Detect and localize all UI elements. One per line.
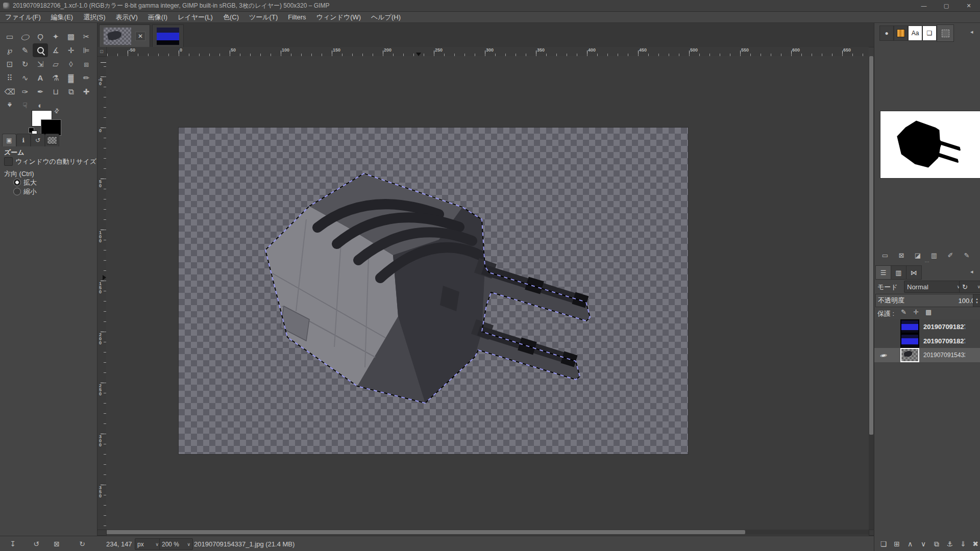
lower-layer-button[interactable]: ∨ bbox=[917, 538, 929, 550]
color-picker-tool[interactable]: ✎ bbox=[17, 43, 33, 57]
tab-selection-editor[interactable] bbox=[937, 24, 954, 42]
heal-tool[interactable]: ✚ bbox=[79, 85, 94, 98]
paths-tool[interactable]: ℘ bbox=[2, 43, 17, 57]
image-canvas[interactable] bbox=[179, 128, 688, 454]
mypaint-brush-tool[interactable]: ⊔ bbox=[48, 85, 63, 98]
ellipse-select-tool[interactable]: ◯ bbox=[17, 30, 33, 43]
horizontal-ruler[interactable]: -50 0 50 100 150 200 250 300 350 400 450… bbox=[106, 47, 869, 56]
tab-device-status[interactable]: ℹ bbox=[16, 134, 31, 146]
tab-images[interactable] bbox=[45, 134, 59, 146]
ink-tool[interactable]: ✒ bbox=[33, 85, 48, 98]
scale-tool[interactable]: ⇲ bbox=[33, 57, 48, 71]
menu-image[interactable]: 画像(I) bbox=[143, 12, 173, 22]
lock-pixels-icon[interactable]: ✎ bbox=[901, 308, 906, 316]
panel-menu-icon[interactable]: ◂ bbox=[970, 268, 973, 275]
clone-tool[interactable]: ⧉ bbox=[63, 85, 79, 98]
horizontal-scrollbar[interactable] bbox=[106, 530, 869, 535]
layer-name[interactable]: 201907091827 bbox=[923, 323, 965, 331]
fuzzy-select-tool[interactable]: ✦ bbox=[48, 30, 63, 43]
menu-layer[interactable]: レイヤー(L) bbox=[173, 12, 218, 22]
spin-up-icon[interactable]: ▴ bbox=[976, 297, 978, 300]
menu-edit[interactable]: 編集(E) bbox=[46, 12, 78, 22]
raise-layer-button[interactable]: ∧ bbox=[904, 538, 916, 550]
layer-row-2[interactable]: 201907091827 bbox=[874, 334, 980, 348]
selection-to-path-button[interactable]: ✐ bbox=[944, 250, 957, 260]
move-tool[interactable]: ✛ bbox=[63, 43, 79, 57]
duplicate-layer-button[interactable]: ⧉ bbox=[930, 538, 943, 550]
shear-tool[interactable]: ▱ bbox=[48, 57, 63, 71]
eraser-tool[interactable]: ⌫ bbox=[2, 85, 17, 98]
close-button[interactable]: ✕ bbox=[958, 0, 980, 11]
zoom-out-radio[interactable] bbox=[13, 188, 21, 195]
tab-document-history[interactable]: ❏ bbox=[922, 26, 937, 41]
new-group-button[interactable]: ⊞ bbox=[891, 538, 903, 550]
menu-filters[interactable]: Filters bbox=[283, 12, 311, 22]
zoom-out-label[interactable]: 縮小 bbox=[23, 187, 37, 196]
menu-colors[interactable]: 色(C) bbox=[218, 12, 244, 22]
visibility-toggle[interactable]: ◉ bbox=[874, 351, 892, 359]
layer-name[interactable]: 201907091827 bbox=[923, 337, 965, 345]
menu-tools[interactable]: ツール(T) bbox=[244, 12, 283, 22]
crop-tool[interactable]: ⊡ bbox=[2, 57, 17, 71]
measure-tool[interactable]: ∡ bbox=[48, 43, 63, 57]
spin-down-icon[interactable]: ▾ bbox=[976, 300, 978, 304]
lock-position-icon[interactable]: ✛ bbox=[913, 308, 919, 316]
opacity-slider[interactable]: 不透明度 100.0 bbox=[875, 294, 977, 307]
blur-sharpen-tool[interactable]: ♠ bbox=[2, 98, 17, 112]
align-tool[interactable]: ⊫ bbox=[79, 43, 94, 57]
gradient-tool[interactable]: ▓ bbox=[63, 71, 79, 85]
delete-layer-button[interactable]: ✖ bbox=[970, 538, 980, 550]
stroke-selection-button[interactable]: ✎ bbox=[960, 250, 973, 260]
menu-help[interactable]: ヘルプ(H) bbox=[366, 12, 406, 22]
image-tab-second[interactable] bbox=[152, 24, 184, 48]
menu-view[interactable]: 表示(V) bbox=[111, 12, 143, 22]
warp-tool[interactable]: ∿ bbox=[17, 71, 33, 85]
close-image-icon[interactable]: ✕ bbox=[135, 32, 145, 41]
lock-alpha-icon[interactable]: ▩ bbox=[925, 308, 932, 316]
airbrush-tool[interactable]: ✑ bbox=[17, 85, 33, 98]
horizontal-scrollbar-thumb[interactable] bbox=[106, 530, 745, 534]
menu-file[interactable]: ファイル(F) bbox=[0, 12, 46, 22]
vertical-scrollbar-thumb[interactable] bbox=[869, 56, 873, 435]
quick-mask-toggle[interactable] bbox=[97, 530, 107, 536]
mode-dropdown[interactable]: Normal ∨ bbox=[904, 281, 963, 293]
auto-resize-checkbox[interactable] bbox=[4, 157, 13, 166]
tab-fonts[interactable]: Aa bbox=[908, 26, 922, 41]
tab-paths[interactable]: ⋈ bbox=[906, 265, 922, 280]
zoom-in-label[interactable]: 拡大 bbox=[23, 178, 37, 187]
save-tool-preset-button[interactable]: ↧ bbox=[6, 536, 19, 551]
tab-patterns[interactable] bbox=[894, 26, 908, 41]
perspective-tool[interactable]: ◊ bbox=[63, 57, 79, 71]
free-select-tool[interactable]: Ϙ bbox=[33, 30, 48, 43]
invert-selection-button[interactable]: ◪ bbox=[911, 250, 924, 260]
rect-select-tool[interactable]: ▭ bbox=[2, 30, 17, 43]
zoom-in-radio[interactable] bbox=[13, 179, 21, 186]
merge-down-button[interactable]: ⇓ bbox=[957, 538, 969, 550]
minimize-button[interactable]: — bbox=[913, 0, 935, 11]
menu-select[interactable]: 選択(S) bbox=[78, 12, 110, 22]
reset-tool-preset-button[interactable]: ↻ bbox=[76, 536, 89, 551]
selection-preview[interactable] bbox=[880, 111, 980, 178]
dock-splitter[interactable]: ⋯ bbox=[874, 259, 980, 264]
auto-resize-label[interactable]: ウィンドウの自動リサイズ bbox=[15, 157, 96, 166]
mode-switch-button[interactable]: ↻ ∨ bbox=[959, 281, 980, 293]
tab-layers[interactable]: ☰ bbox=[875, 265, 891, 280]
menu-windows[interactable]: ウィンドウ(W) bbox=[311, 12, 366, 22]
image-tab-active[interactable]: ✕ bbox=[99, 24, 150, 48]
unit-dropdown[interactable]: px ∨ bbox=[135, 538, 161, 550]
layer-name[interactable]: 2019070915433 bbox=[923, 352, 965, 359]
bucket-fill-tool[interactable]: ⚗ bbox=[48, 71, 63, 85]
tab-channels[interactable]: ▥ bbox=[891, 265, 906, 280]
save-to-channel-button[interactable]: ▥ bbox=[927, 250, 941, 260]
zoom-dropdown[interactable]: 200 % ∨ bbox=[159, 538, 193, 550]
tab-undo-history[interactable]: ↺ bbox=[31, 134, 45, 146]
ruler-corner[interactable]: ⊡ bbox=[97, 47, 107, 57]
new-layer-button[interactable]: ❏ bbox=[877, 538, 890, 550]
handle-transform-tool[interactable]: ⠿ bbox=[2, 71, 17, 85]
anchor-layer-button[interactable]: ⚓ bbox=[944, 538, 956, 550]
opacity-spinner[interactable]: ▴ ▾ bbox=[973, 294, 980, 307]
vertical-scrollbar[interactable] bbox=[869, 56, 874, 530]
zoom-tool[interactable] bbox=[33, 43, 48, 57]
layer-row-1[interactable]: 201907091827 bbox=[874, 319, 980, 334]
transform-3d-tool[interactable]: ⧈ bbox=[79, 57, 94, 71]
